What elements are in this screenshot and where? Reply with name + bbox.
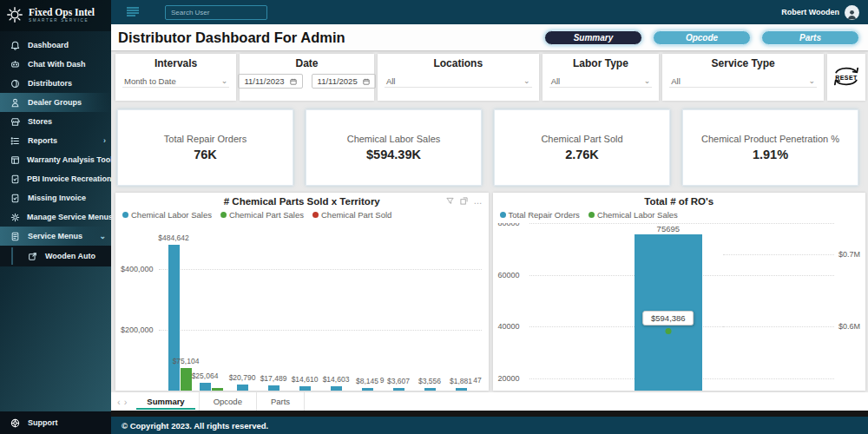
tab-parts[interactable]: Parts [761, 30, 859, 45]
data-point-tooltip: $594,386 [642, 311, 694, 326]
legend-item: Chemical Part Sales [220, 210, 304, 220]
bar-chemical-labor-sales[interactable] [393, 388, 404, 391]
y-axis-label: 80000 [498, 223, 520, 227]
filter-select-locations[interactable]: All⌄ [385, 76, 532, 88]
sidebar-item-wooden-auto[interactable]: Wooden Auto [0, 246, 111, 266]
bar-chemical-part-sales[interactable] [181, 368, 192, 391]
kpi-label: Chemical Product Penetration % [701, 134, 839, 144]
chevron-down-icon: ⌄ [808, 79, 815, 83]
date-value: 11/11/2025 [318, 76, 358, 86]
footer: © Copyright 2023. All rights reserved. [111, 417, 868, 434]
report-tab-opcode[interactable]: Opcode [200, 392, 257, 411]
page-header: Distributor Dashboard For Admin SummaryO… [111, 24, 868, 50]
chevron-down-icon: ⌄ [99, 232, 106, 240]
sidebar-item-manage-service-menus[interactable]: Manage Service Menus [0, 207, 111, 227]
page-next-icon[interactable]: › [124, 397, 128, 407]
sidebar-item-stores[interactable]: Stores [0, 112, 111, 131]
reset-button[interactable]: RESET [827, 54, 865, 101]
invoice-icon [10, 194, 21, 203]
right-axis-label: $0.7M [838, 250, 860, 259]
kpi-card-total-repair-orders: Total Repair Orders76K [117, 109, 293, 186]
data-point[interactable] [665, 328, 671, 334]
kpi-value: 76K [194, 148, 217, 161]
bar-chemical-labor-sales[interactable] [168, 245, 180, 391]
report-tabs: SummaryOpcodeParts [133, 392, 305, 411]
sidebar-item-service-menus[interactable]: Service Menus⌄ [0, 227, 111, 246]
y-gridline [529, 223, 835, 224]
stores-icon [10, 117, 21, 127]
bar-chemical-labor-sales[interactable] [237, 385, 248, 391]
logo: Fixed Ops Intel SMARTER SERVICE [0, 0, 111, 31]
bar-value-label: $1,881 [450, 377, 472, 385]
distributors-icon [10, 79, 21, 89]
tab-summary[interactable]: Summary [544, 30, 642, 45]
bar-chemical-labor-sales[interactable] [200, 383, 211, 391]
filter-service-type: Service TypeAll⌄ [662, 54, 824, 101]
bar-value-label: $3,556 [418, 377, 441, 385]
chart-total-ros: Total # of RO's Total Repair OrdersChemi… [493, 193, 866, 391]
legend-item: Chemical Part Sold [312, 210, 391, 220]
more-options-icon[interactable]: … [474, 199, 483, 203]
page-prev-icon[interactable]: ‹ [117, 397, 121, 407]
bar-value-label: $3,607 [387, 377, 410, 385]
sidebar-item-label: Support [28, 418, 58, 427]
y-axis-label: 20000 [498, 374, 520, 383]
start-date-input[interactable]: 11/11/2023 [238, 74, 302, 89]
filter-value: All [671, 76, 681, 86]
service-menus-icon [10, 232, 21, 241]
bar-value-label: $17,489 [260, 374, 287, 383]
report-tab-parts[interactable]: Parts [257, 392, 305, 411]
sidebar-item-label: PBI Invoice Recreation [27, 174, 112, 183]
date-value: 11/11/2023 [244, 76, 284, 86]
legend-item: Total Repair Orders [500, 210, 580, 220]
end-date-input[interactable]: 11/11/2025 [312, 74, 376, 89]
sidebar-item-missing-invoice[interactable]: Missing Invoice [0, 188, 111, 207]
bar-chemical-labor-sales[interactable] [362, 388, 373, 391]
legend-dot [122, 212, 128, 218]
filter-select-labor-type[interactable]: All⌄ [549, 76, 653, 88]
filter-labor-type: Labor TypeAll⌄ [542, 54, 660, 101]
legend-item: Chemical Labor Sales [122, 210, 212, 220]
chart-chemical-parts-sold-x-territory: # Chemical Parts Sold x Territory … Chem… [115, 193, 489, 391]
sidebar-item-pbi-invoice-recreation[interactable]: PBI Invoice Recreation [0, 169, 111, 188]
sidebar-item-label: Reports [28, 136, 57, 145]
bar-chemical-labor-sales[interactable] [424, 388, 436, 391]
bar-chemical-labor-sales[interactable] [331, 386, 342, 391]
filter-bar: IntervalsMonth to Date⌄Date11/11/202311/… [115, 54, 865, 101]
topbar: Robert Wooden [111, 0, 868, 24]
filter-select-service-type[interactable]: All⌄ [669, 76, 817, 88]
user-name: Robert Wooden [781, 8, 839, 16]
sidebar-item-distributors[interactable]: Distributors [0, 74, 111, 93]
sidebar-item-dealer-groups[interactable]: Dealer Groups [0, 93, 111, 112]
report-tab-summary[interactable]: Summary [133, 392, 199, 411]
sidebar-item-chat-with-dash[interactable]: Chat With Dash [0, 55, 111, 74]
right-gridline [723, 254, 834, 255]
calendar-icon [363, 78, 370, 85]
search-input[interactable] [165, 5, 267, 20]
filter-value: All [386, 76, 396, 86]
sidebar-item-label: Warranty Analysis Tool [27, 155, 113, 164]
menu-icon[interactable] [125, 6, 141, 18]
bar-chemical-part-sales[interactable] [212, 388, 223, 391]
chart-header-icons: … [446, 197, 483, 205]
sidebar-item-warranty-analysis-tool[interactable]: Warranty Analysis Tool [0, 150, 111, 169]
sidebar-item-label: Wooden Auto [45, 252, 95, 260]
embed-bottom-strip [111, 411, 868, 417]
bar-chemical-labor-sales[interactable] [268, 385, 279, 391]
bar-chemical-labor-sales[interactable] [456, 388, 467, 391]
filter-icon[interactable] [446, 197, 454, 205]
bar-chemical-labor-sales[interactable] [299, 386, 311, 391]
tab-opcode[interactable]: Opcode [653, 30, 751, 45]
filter-title: Labor Type [549, 57, 653, 69]
focus-mode-icon[interactable] [460, 197, 468, 205]
charts-row: # Chemical Parts Sold x Territory … Chem… [115, 193, 865, 391]
life-ring-icon [10, 418, 21, 428]
chart-header: Total # of RO's [493, 193, 866, 207]
sidebar-item-dashboard[interactable]: Dashboard [0, 36, 111, 55]
sidebar-item-support[interactable]: Support [0, 411, 111, 434]
user-menu[interactable]: Robert Wooden [781, 5, 859, 20]
right-gridline [723, 326, 834, 327]
sidebar-item-reports[interactable]: Reports› [0, 131, 111, 150]
filter-select-intervals[interactable]: Month to Date⌄ [122, 76, 229, 88]
view-pills: SummaryOpcodeParts [544, 30, 861, 45]
